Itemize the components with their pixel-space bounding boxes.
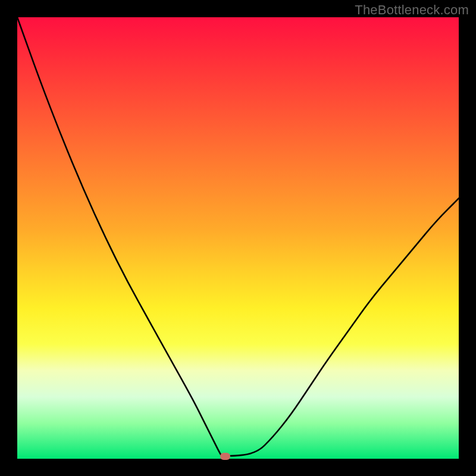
watermark-text: TheBottleneck.com bbox=[355, 2, 469, 18]
bottleneck-curve bbox=[17, 17, 459, 459]
chart-container: TheBottleneck.com bbox=[0, 0, 476, 476]
optimal-point-marker bbox=[220, 453, 230, 460]
plot-area bbox=[17, 17, 459, 459]
